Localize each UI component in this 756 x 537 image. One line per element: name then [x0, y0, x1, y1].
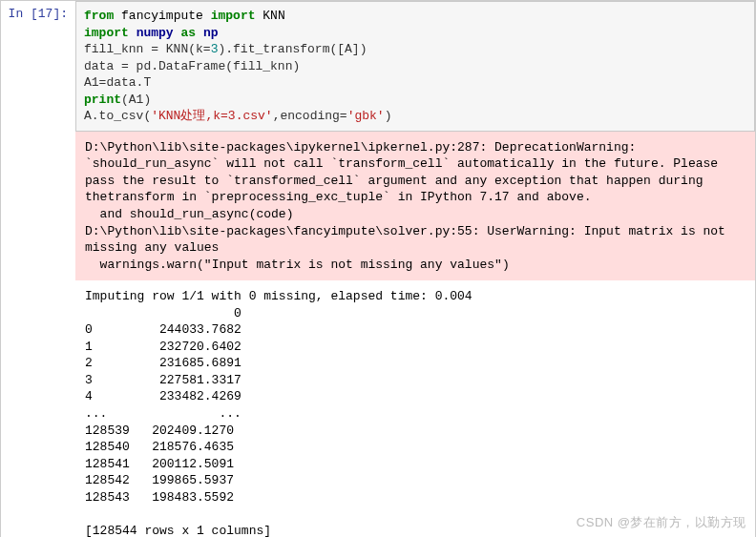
- code-line5: A1=data.T: [84, 75, 151, 90]
- watermark: CSDN @梦在前方，以勤方现: [577, 514, 746, 531]
- code-input[interactable]: from fancyimpute import KNN import numpy…: [75, 1, 755, 132]
- kw-import2: import: [84, 26, 129, 40]
- name-knn: KNN: [262, 9, 284, 23]
- mod-numpy: numpy: [136, 26, 174, 40]
- mod-fancyimpute: fancyimpute: [121, 9, 203, 23]
- code-line7b: ,encoding=: [273, 109, 347, 123]
- code-line7a: A.to_csv(: [84, 109, 151, 123]
- input-prompt: In [17]:: [1, 1, 75, 537]
- cell-content: from fancyimpute import KNN import numpy…: [75, 1, 755, 537]
- notebook-cell: In [17]: from fancyimpute import KNN imp…: [0, 0, 756, 537]
- alias-np: np: [203, 26, 219, 40]
- kw-from: from: [84, 9, 114, 23]
- kw-as: as: [180, 26, 196, 40]
- code-line3b: ).fit_transform([A]): [218, 42, 367, 56]
- str-csvname: 'KNN处理,k=3.csv': [151, 109, 272, 123]
- str-gbk: 'gbk': [347, 109, 385, 123]
- print-arg: (A1): [121, 93, 151, 107]
- code-line3a: fill_knn = KNN(k=: [84, 42, 211, 56]
- code-line7c: ): [385, 109, 392, 123]
- stderr-output: D:\Python\lib\site-packages\ipykernel\ip…: [75, 132, 755, 280]
- stdout-output: Imputing row 1/1 with 0 missing, elapsed…: [75, 280, 755, 537]
- code-line4: data = pd.DataFrame(fill_knn): [84, 59, 300, 73]
- fn-print: print: [84, 93, 121, 107]
- output-area: D:\Python\lib\site-packages\ipykernel\ip…: [75, 132, 755, 537]
- kw-import: import: [211, 9, 256, 23]
